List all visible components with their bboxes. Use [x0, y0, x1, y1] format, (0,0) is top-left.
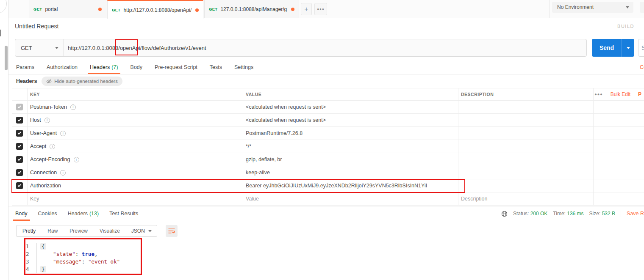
new-value-field[interactable]: Value	[243, 192, 458, 205]
tab-headers[interactable]: Headers (7)	[90, 60, 118, 74]
send-button[interactable]: Send	[592, 39, 622, 57]
table-row-authorization: Authorization Bearer eyJhbGciOiJIUzUxMiJ…	[12, 179, 644, 192]
response-view-toolbar: Pretty Raw Preview Visualize JSON	[16, 225, 178, 237]
header-key-field[interactable]: Postman-Tokeni	[27, 101, 243, 113]
row-checkbox[interactable]	[16, 156, 23, 163]
new-tab-button[interactable]: +	[301, 3, 312, 15]
tab-pre-request-script[interactable]: Pre-request Script	[155, 60, 197, 74]
hide-autogenerated-toggle[interactable]: Hide auto-generated headers	[42, 77, 122, 86]
environment-selector[interactable]: No Environment	[552, 2, 633, 13]
response-body-viewer: 1 { 2 "state": true, 3 "message": "event…	[8, 239, 644, 280]
view-tab-pretty[interactable]: Pretty	[17, 225, 42, 236]
row-checkbox[interactable]	[16, 169, 23, 176]
header-key-field[interactable]: Connectioni	[27, 166, 243, 179]
header-description-field[interactable]	[458, 153, 593, 166]
header-description-field[interactable]	[458, 140, 593, 153]
header-key-field[interactable]: Authorization	[27, 179, 243, 192]
header-value-field[interactable]: */*	[243, 140, 458, 153]
tab-params[interactable]: Params	[16, 60, 34, 74]
new-description-field[interactable]: Description	[458, 192, 593, 205]
send-button-group: Send	[592, 39, 634, 57]
header-description-field[interactable]	[458, 179, 593, 192]
more-options-icon[interactable]: ●●●	[594, 92, 602, 96]
collapsed-sidebar	[0, 0, 8, 280]
header-description-field[interactable]	[458, 101, 593, 113]
save-response-button[interactable]: Save R	[627, 211, 644, 217]
info-icon[interactable]: i	[70, 104, 76, 110]
info-icon[interactable]: i	[74, 157, 79, 162]
view-tab-visualize[interactable]: Visualize	[94, 225, 126, 236]
fold-brace[interactable]: }	[40, 266, 46, 272]
time-badge: Time: 136 ms	[553, 211, 583, 217]
response-tab-test-results[interactable]: Test Results	[109, 206, 138, 221]
chevron-down-icon	[148, 230, 152, 232]
row-checkbox[interactable]	[16, 182, 23, 189]
header-key-field[interactable]: User-Agenti	[27, 127, 243, 140]
presets-link[interactable]: P	[638, 91, 641, 97]
code-line: 1 {	[8, 243, 644, 250]
table-row: User-Agenti PostmanRuntime/7.26.8	[12, 127, 644, 140]
header-description-field[interactable]	[458, 166, 593, 179]
row-checkbox[interactable]	[16, 143, 23, 150]
request-tab-openapi[interactable]: GET http://127.0.0.1:8088/openApi/...	[107, 0, 203, 19]
environment-quicklook-button[interactable]	[640, 2, 644, 13]
fold-brace[interactable]: {	[40, 243, 46, 250]
info-icon[interactable]: i	[50, 144, 55, 149]
request-tab-label: http://127.0.0.1:8088/openApi/...	[123, 7, 192, 13]
header-key-field[interactable]: Accepti	[27, 140, 243, 153]
send-options-button[interactable]	[622, 39, 634, 57]
save-button[interactable]: Save	[638, 39, 644, 57]
header-value-field[interactable]: <calculated when request is sent>	[243, 101, 458, 113]
view-tab-raw[interactable]: Raw	[42, 225, 64, 236]
response-tab-cookies[interactable]: Cookies	[38, 206, 57, 221]
row-checkbox[interactable]	[16, 104, 23, 110]
tab-authorization[interactable]: Authorization	[47, 60, 78, 74]
header-description-field[interactable]	[458, 127, 593, 140]
url-input[interactable]: http://127.0.0.1:8088/openApi/flow/defAu…	[64, 39, 586, 56]
format-selector[interactable]: JSON	[126, 225, 157, 236]
request-title-row: Untitled Request BUILD	[8, 18, 644, 35]
cookies-link[interactable]: Co	[640, 60, 644, 74]
checkbox-column-header	[12, 88, 27, 100]
header-key-field[interactable]: Accept-Encodingi	[27, 153, 243, 166]
response-tab-body[interactable]: Body	[15, 206, 28, 221]
header-key-field[interactable]: Hosti	[27, 114, 243, 126]
header-value-field[interactable]: <calculated when request is sent>	[243, 114, 458, 126]
line-number: 4	[8, 266, 36, 273]
code-line: 2 "state": true,	[8, 250, 644, 258]
tab-body[interactable]: Body	[130, 60, 143, 74]
view-tab-preview[interactable]: Preview	[64, 225, 94, 236]
code-line: 4 }	[8, 266, 644, 273]
request-tab-apimanager[interactable]: GET 127.0.0.1:8088/apiManager/get...	[204, 0, 299, 18]
tab-settings[interactable]: Settings	[234, 60, 253, 74]
unsaved-dot-icon	[98, 8, 102, 11]
description-column-header: DESCRIPTION	[458, 88, 593, 100]
wrap-lines-button[interactable]	[166, 225, 178, 237]
header-value-field[interactable]: PostmanRuntime/7.26.8	[243, 127, 458, 140]
response-tab-headers[interactable]: Headers (13)	[68, 206, 99, 221]
header-value-field[interactable]: Bearer eyJhbGciOiJIUzUxMiJ9.eyJzeXNDb2Rl…	[243, 179, 458, 192]
method-selector[interactable]: GET	[15, 39, 64, 56]
bulk-edit-link[interactable]: Bulk Edit	[611, 91, 630, 97]
check-icon	[18, 184, 21, 187]
tab-options-button[interactable]: ●●●	[314, 3, 327, 15]
info-icon[interactable]: i	[60, 131, 66, 136]
request-title[interactable]: Untitled Request	[15, 23, 59, 30]
new-key-field[interactable]: Key	[27, 192, 243, 205]
eye-off-icon	[46, 79, 52, 84]
row-checkbox[interactable]	[16, 130, 23, 137]
info-icon[interactable]: i	[44, 118, 50, 123]
request-tab-portal[interactable]: GET portal	[29, 0, 106, 18]
header-description-field[interactable]	[458, 114, 593, 126]
row-checkbox[interactable]	[16, 117, 23, 124]
header-value-field[interactable]: keep-alive	[243, 166, 458, 179]
info-icon[interactable]: i	[60, 170, 66, 176]
header-value-field[interactable]: gzip, deflate, br	[243, 153, 458, 166]
tab-tests[interactable]: Tests	[210, 60, 222, 74]
sidebar-circle-decoration	[0, 0, 7, 14]
table-header-row: KEY VALUE DESCRIPTION ●●● Bulk Edit P	[12, 88, 644, 101]
value-column-header: VALUE	[243, 88, 458, 100]
sidebar-scrollbar-thumb[interactable]	[5, 46, 8, 70]
chevron-down-icon	[626, 6, 629, 8]
tabbar-divider	[550, 0, 550, 18]
